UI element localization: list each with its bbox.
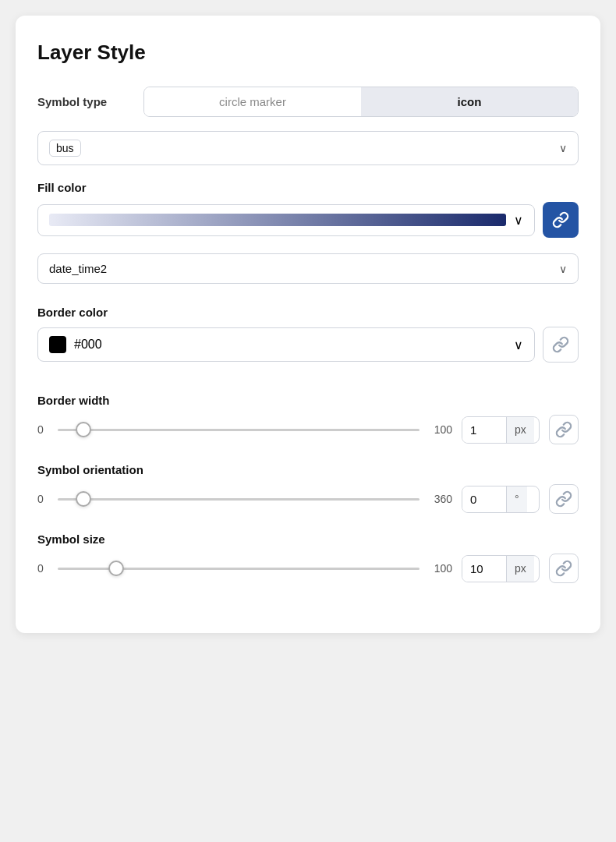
symbol-dropdown-chevron: ∨ [559, 142, 567, 154]
border-color-row: #000 ∨ [37, 327, 579, 363]
panel-title: Layer Style [37, 41, 579, 65]
symbol-size-link-button[interactable] [549, 554, 579, 583]
symbol-orientation-section: Symbol orientation 0 360 ° [37, 463, 579, 514]
symbol-size-min: 0 [37, 562, 48, 575]
gradient-dropdown[interactable]: ∨ [37, 204, 535, 236]
symbol-orientation-link-icon [555, 490, 572, 508]
border-width-input-group: px [462, 416, 540, 444]
symbol-type-circle-marker[interactable]: circle marker [144, 87, 361, 116]
symbol-size-unit: px [506, 556, 534, 582]
border-width-slider[interactable] [58, 420, 420, 439]
symbol-size-label: Symbol size [37, 532, 579, 546]
symbol-orientation-row: 0 360 ° [37, 484, 579, 514]
border-color-value: #000 [74, 338, 102, 352]
symbol-orientation-slider[interactable] [58, 490, 420, 508]
symbol-size-slider[interactable] [58, 559, 420, 578]
symbol-orientation-min: 0 [37, 493, 48, 505]
border-width-track [58, 429, 420, 431]
link-inactive-icon [552, 336, 569, 353]
border-color-dropdown[interactable]: #000 ∨ [37, 327, 535, 362]
symbol-size-section: Symbol size 0 100 px [37, 532, 579, 583]
symbol-type-icon[interactable]: icon [361, 87, 578, 116]
symbol-size-track [58, 568, 420, 570]
gradient-dropdown-chevron: ∨ [514, 213, 523, 228]
symbol-size-thumb[interactable] [108, 561, 124, 576]
symbol-orientation-link-button[interactable] [549, 484, 579, 514]
symbol-orientation-thumb[interactable] [76, 491, 91, 507]
border-width-thumb[interactable] [76, 422, 91, 437]
border-width-row: 0 100 px [37, 415, 579, 444]
border-width-link-icon [555, 421, 572, 438]
layer-style-panel: Layer Style Symbol type circle marker ic… [16, 16, 600, 633]
link-active-icon [552, 211, 569, 228]
border-width-input[interactable] [462, 417, 506, 443]
symbol-orientation-track [58, 498, 420, 501]
fill-color-row: ∨ [37, 202, 579, 238]
border-color-label: Border color [37, 306, 579, 319]
border-width-section: Border width 0 100 px [37, 394, 579, 444]
border-width-unit: px [506, 417, 534, 443]
date-time-dropdown-chevron: ∨ [559, 263, 567, 275]
symbol-dropdown[interactable]: bus ∨ [37, 131, 579, 165]
fill-color-link-button[interactable] [543, 202, 579, 238]
symbol-orientation-max: 360 [429, 493, 452, 505]
gradient-bar [49, 214, 506, 226]
symbol-type-row: Symbol type circle marker icon [37, 87, 579, 117]
symbol-size-max: 100 [429, 562, 452, 575]
border-width-max: 100 [429, 423, 452, 436]
border-color-section: Border color #000 ∨ [37, 306, 579, 363]
border-color-link-button[interactable] [543, 327, 579, 363]
border-width-link-button[interactable] [549, 415, 579, 444]
date-time-dropdown[interactable]: date_time2 ∨ [37, 253, 579, 284]
fill-color-label: Fill color [37, 181, 579, 194]
symbol-orientation-input[interactable] [462, 486, 506, 512]
border-color-chevron: ∨ [514, 338, 523, 352]
symbol-orientation-input-group: ° [462, 486, 540, 513]
symbol-type-label: Symbol type [37, 95, 131, 108]
border-color-swatch [49, 336, 66, 353]
symbol-size-input-group: px [462, 555, 540, 582]
border-width-label: Border width [37, 394, 579, 407]
symbol-orientation-unit: ° [506, 486, 527, 512]
symbol-size-row: 0 100 px [37, 554, 579, 583]
fill-color-section: Fill color ∨ [37, 181, 579, 238]
symbol-type-toggle: circle marker icon [143, 87, 579, 117]
symbol-orientation-label: Symbol orientation [37, 463, 579, 476]
symbol-size-link-icon [555, 560, 572, 577]
symbol-size-input[interactable] [462, 556, 506, 582]
border-width-min: 0 [37, 423, 48, 436]
symbol-dropdown-tag: bus [49, 140, 81, 157]
date-time-dropdown-value: date_time2 [49, 262, 559, 275]
